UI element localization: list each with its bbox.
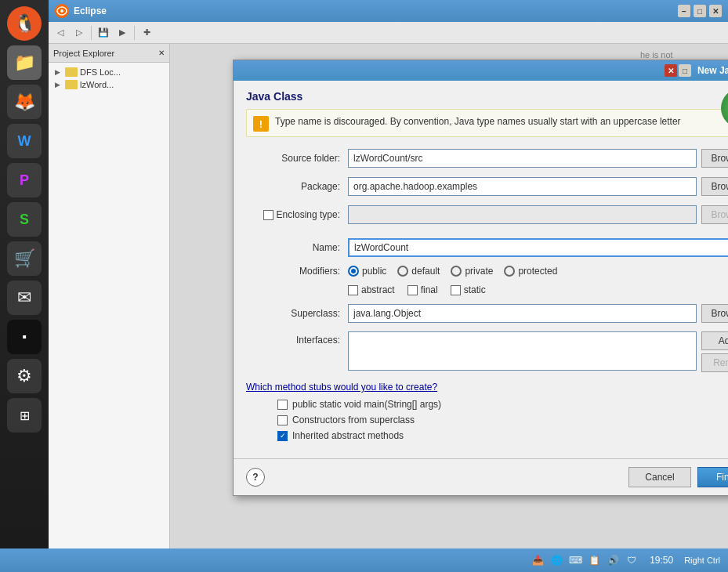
dialog-content: C ▶ Java Class ! Type name is discourage… <box>234 81 728 458</box>
package-browse-button[interactable]: Browse... <box>701 177 728 196</box>
interfaces-textarea[interactable] <box>348 331 697 371</box>
enclosing-type-checkbox[interactable] <box>263 210 273 220</box>
interfaces-row: Interfaces: Add... Remove <box>246 331 728 372</box>
maximize-button[interactable]: □ <box>694 5 706 17</box>
modifier-private[interactable]: private <box>451 266 493 277</box>
tray-icon-clipboard[interactable]: 📋 <box>587 553 601 567</box>
tray-icon-keyboard[interactable]: ⌨ <box>568 553 582 567</box>
dialog-section-title: Java Class <box>246 90 728 103</box>
stub-main-checkbox[interactable] <box>277 400 288 410</box>
tray-icon-shield[interactable]: 🛡 <box>625 553 639 567</box>
modifier-static[interactable]: static <box>451 284 486 295</box>
help-button[interactable]: ? <box>246 468 265 487</box>
modifier-final[interactable]: final <box>407 284 438 295</box>
email-icon[interactable]: ✉ <box>7 281 42 315</box>
browser-icon[interactable]: 🦊 <box>7 85 42 119</box>
superclass-browse-button[interactable]: Browse... <box>701 304 728 323</box>
interfaces-remove-button[interactable]: Remove <box>701 353 728 372</box>
system-tray: 📥 🌐 ⌨ 📋 🔊 🛡 19:50 Right Ctrl <box>531 553 720 567</box>
dialog-footer: ? Cancel Finish <box>234 458 728 495</box>
stub-constructors-checkbox[interactable] <box>277 415 288 425</box>
enclosing-type-row: Enclosing type: Browse... <box>246 205 728 225</box>
eclipse-title-text: Eclipse <box>74 5 107 16</box>
eclipse-title-icon <box>55 4 69 18</box>
files-icon[interactable]: 📁 <box>7 45 42 80</box>
tree-arrow-dfs: ▶ <box>55 68 63 76</box>
panel-tab-close[interactable]: ✕ <box>158 49 165 57</box>
ubuntu-icon[interactable]: 🐧 <box>7 6 42 41</box>
enclosing-type-browse-button[interactable]: Browse... <box>701 205 728 224</box>
modifier-protected[interactable]: protected <box>504 266 557 277</box>
stub-inherited[interactable]: ✓ Inherited abstract methods <box>277 430 728 441</box>
folder-icon-lzword <box>65 80 78 89</box>
close-button[interactable]: ✕ <box>709 5 722 17</box>
modifier-default-radio[interactable] <box>397 266 408 277</box>
taskbar-bottom: 📥 🌐 ⌨ 📋 🔊 🛡 19:50 Right Ctrl <box>0 548 728 572</box>
store-icon[interactable]: 🛒 <box>7 241 42 276</box>
eclipse-area: Eclipse − □ ✕ ◁ ▷ 💾 ▶ ✚ Project Explorer… <box>49 0 728 572</box>
modifiers-radio-group: public default private <box>348 266 557 277</box>
superclass-row: Superclass: Browse... <box>246 303 728 324</box>
minimize-button[interactable]: − <box>678 5 690 17</box>
superclass-input[interactable] <box>348 304 697 323</box>
modifier-default[interactable]: default <box>397 266 440 277</box>
tray-icon-volume[interactable]: 🔊 <box>606 553 620 567</box>
spreadsheet-icon[interactable]: S <box>7 202 42 237</box>
tray-icon-network[interactable]: 🌐 <box>549 553 563 567</box>
tree-item-lzword[interactable]: ▶ lzWord... <box>52 78 166 91</box>
stub-constructors-label: Constructors from superclass <box>292 415 415 425</box>
enclosing-type-input[interactable] <box>348 205 697 224</box>
tray-icon-download[interactable]: 📥 <box>531 553 545 567</box>
name-row: Name: <box>246 237 728 258</box>
name-label: Name: <box>246 242 348 253</box>
modifier-final-checkbox[interactable] <box>407 285 418 295</box>
tree-arrow-lzword: ▶ <box>55 81 63 89</box>
toolbar-back[interactable]: ◁ <box>52 24 69 42</box>
cancel-button[interactable]: Cancel <box>628 467 691 487</box>
eclipse-toolbar: ◁ ▷ 💾 ▶ ✚ <box>49 22 728 44</box>
dialog-close-button[interactable]: ✕ <box>665 64 677 77</box>
toolbar-save[interactable]: 💾 <box>95 24 112 42</box>
toolbar-forward[interactable]: ▷ <box>71 24 88 42</box>
modifier-static-checkbox[interactable] <box>451 285 461 295</box>
source-folder-label: Source folder: <box>246 153 348 164</box>
modifier-public[interactable]: public <box>348 266 386 277</box>
stub-main[interactable]: public static void main(String[] args) <box>277 399 728 410</box>
dialog-titlebar: ✕ □ New Java Class <box>234 60 728 81</box>
stub-inherited-checkbox[interactable]: ✓ <box>277 431 288 441</box>
finish-button[interactable]: Finish <box>697 467 728 487</box>
modifier-abstract-label: abstract <box>361 284 395 295</box>
modifier-public-dot <box>351 269 356 273</box>
modifier-static-label: static <box>464 284 486 295</box>
source-folder-input[interactable] <box>348 149 697 168</box>
source-folder-browse-button[interactable]: Browse... <box>701 149 728 168</box>
folder-icon-dfs <box>65 67 78 77</box>
panel-content: ▶ DFS Loc... ▶ lzWord... <box>49 63 169 572</box>
pycharm-icon[interactable]: P <box>7 163 42 197</box>
stubs-question: Which method stubs would you like to cre… <box>246 382 728 393</box>
name-input[interactable] <box>348 238 728 257</box>
stub-constructors[interactable]: Constructors from superclass <box>277 415 728 425</box>
modifier-protected-radio[interactable] <box>504 266 515 277</box>
interfaces-add-button[interactable]: Add... <box>701 331 728 350</box>
settings-icon[interactable]: ⚙ <box>7 359 42 393</box>
toolbar-run[interactable]: ▶ <box>114 24 131 42</box>
toolbar-new[interactable]: ✚ <box>138 24 155 42</box>
apps-icon[interactable]: ⊞ <box>7 398 42 433</box>
wps-icon[interactable]: W <box>7 124 42 158</box>
panel-tab-project[interactable]: Project Explorer ✕ <box>49 44 169 63</box>
eclipse-titlebar: Eclipse − □ ✕ <box>49 0 728 22</box>
stub-inherited-check: ✓ <box>280 432 286 440</box>
modifier-abstract[interactable]: abstract <box>348 284 395 295</box>
terminal-icon[interactable]: ▪ <box>7 320 42 354</box>
package-input[interactable] <box>348 177 697 196</box>
dialog-maximize-button[interactable]: □ <box>679 64 691 77</box>
modifiers-row: Modifiers: public <box>246 266 728 277</box>
modifier-private-radio[interactable] <box>451 266 462 277</box>
modifier-default-label: default <box>411 266 440 277</box>
stubs-section: Which method stubs would you like to cre… <box>246 382 728 441</box>
tree-item-dfs[interactable]: ▶ DFS Loc... <box>52 66 166 78</box>
modifier-public-radio[interactable] <box>348 266 359 277</box>
package-row: Package: Browse... <box>246 176 728 197</box>
modifier-abstract-checkbox[interactable] <box>348 285 358 295</box>
